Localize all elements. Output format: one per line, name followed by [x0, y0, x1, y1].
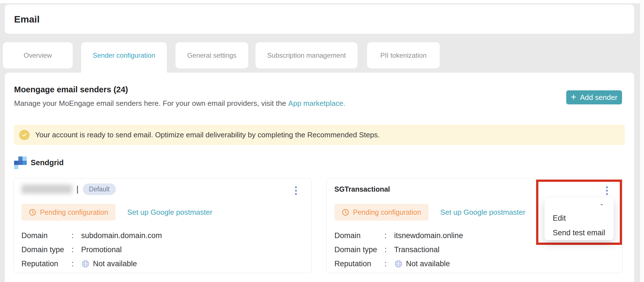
detail-colon: :	[385, 259, 394, 268]
senders-description-text: Manage your MoEngage email senders here.…	[14, 99, 286, 108]
detail-row-domain: Domain : subdomain.domain.com	[21, 229, 162, 243]
add-sender-label: Add sender	[580, 93, 618, 102]
status-label: Pending configuration	[353, 208, 421, 216]
menu-item-edit[interactable]: Edit	[545, 211, 614, 225]
detail-value: itsnewdomain.online	[394, 231, 463, 240]
status-label: Pending configuration	[40, 208, 108, 216]
detail-colon: :	[385, 245, 394, 254]
status-badge: Pending configuration	[21, 204, 116, 221]
menu-redacted-dash: -	[600, 200, 603, 209]
status-row: Pending configuration Set up Google post…	[334, 204, 525, 221]
detail-row-reputation: Reputation : Not available	[21, 257, 162, 271]
sendgrid-logo-icon	[14, 156, 27, 169]
sender-name: SGTransactional	[334, 185, 390, 193]
sender-details: Domain : subdomain.domain.com Domain typ…	[21, 229, 162, 271]
context-menu: - Edit Send test email	[545, 198, 614, 240]
page-title: Email	[14, 14, 40, 25]
banner-text: Your account is ready to send email. Opt…	[35, 131, 380, 139]
reputation-value: Not available	[93, 259, 137, 268]
detail-value: Not available	[81, 259, 137, 268]
page-header: Email	[5, 5, 634, 34]
globe-icon	[81, 259, 90, 268]
kebab-menu-icon[interactable]	[294, 186, 297, 195]
detail-value: Transactional	[394, 245, 439, 254]
tab-overview[interactable]: Overview	[3, 42, 73, 68]
menu-item-redacted[interactable]: -	[545, 198, 614, 211]
tab-sender-configuration[interactable]: Sender configuration	[81, 42, 167, 73]
detail-label: Reputation	[334, 259, 385, 268]
google-postmaster-link[interactable]: Set up Google postmaster	[440, 208, 525, 217]
sender-name-redacted	[21, 185, 72, 194]
scrollbar-track[interactable]	[640, 0, 644, 282]
default-badge: Default	[83, 183, 116, 195]
detail-colon: :	[72, 231, 81, 240]
provider-row: Sendgrid	[14, 156, 64, 169]
google-postmaster-link[interactable]: Set up Google postmaster	[127, 208, 212, 217]
tab-subscription-management[interactable]: Subscription management	[256, 42, 357, 68]
add-sender-button[interactable]: + Add sender	[566, 90, 622, 104]
menu-item-send-test-email[interactable]: Send test email	[545, 225, 614, 240]
status-badge: Pending configuration	[334, 204, 428, 221]
sender-details: Domain : itsnewdomain.online Domain type…	[334, 229, 463, 271]
detail-value: subdomain.domain.com	[81, 231, 162, 240]
app-marketplace-link[interactable]: App marketplace.	[288, 99, 345, 108]
clock-icon	[342, 209, 349, 216]
detail-label: Reputation	[21, 259, 72, 268]
detail-colon: :	[72, 259, 81, 268]
detail-label: Domain	[334, 231, 385, 240]
sender-card-title-row: | Default	[21, 183, 116, 195]
detail-colon: :	[72, 245, 81, 254]
detail-colon: :	[385, 231, 394, 240]
content-panel: Moengage email senders (24) Manage your …	[5, 73, 634, 282]
sender-card-title-row: SGTransactional	[334, 183, 390, 195]
check-circle-icon	[19, 130, 30, 140]
detail-row-reputation: Reputation : Not available	[334, 257, 463, 271]
reputation-value: Not available	[406, 259, 450, 268]
detail-value: Promotional	[81, 245, 122, 254]
success-banner: Your account is ready to send email. Opt…	[14, 125, 625, 145]
senders-heading: Moengage email senders (24)	[14, 85, 128, 94]
globe-icon	[394, 259, 403, 268]
tab-pii-tokenization[interactable]: PII tokenization	[367, 42, 440, 68]
tab-general-settings[interactable]: General settings	[176, 42, 248, 68]
plus-icon: +	[571, 92, 576, 102]
clock-icon	[29, 209, 36, 216]
detail-value: Not available	[394, 259, 450, 268]
status-row: Pending configuration Set up Google post…	[21, 204, 212, 221]
sender-card-default: | Default Pending configuration Set up G…	[13, 178, 312, 273]
detail-label: Domain type	[21, 245, 72, 254]
top-divider	[0, 0, 644, 4]
detail-label: Domain type	[334, 245, 385, 254]
detail-row-domain-type: Domain type : Promotional	[21, 243, 162, 257]
detail-row-domain-type: Domain type : Transactional	[334, 243, 463, 257]
provider-name: Sendgrid	[31, 158, 64, 167]
name-separator: |	[76, 184, 79, 194]
senders-description: Manage your MoEngage email senders here.…	[14, 99, 345, 108]
detail-row-domain: Domain : itsnewdomain.online	[334, 229, 463, 243]
detail-label: Domain	[21, 231, 72, 240]
